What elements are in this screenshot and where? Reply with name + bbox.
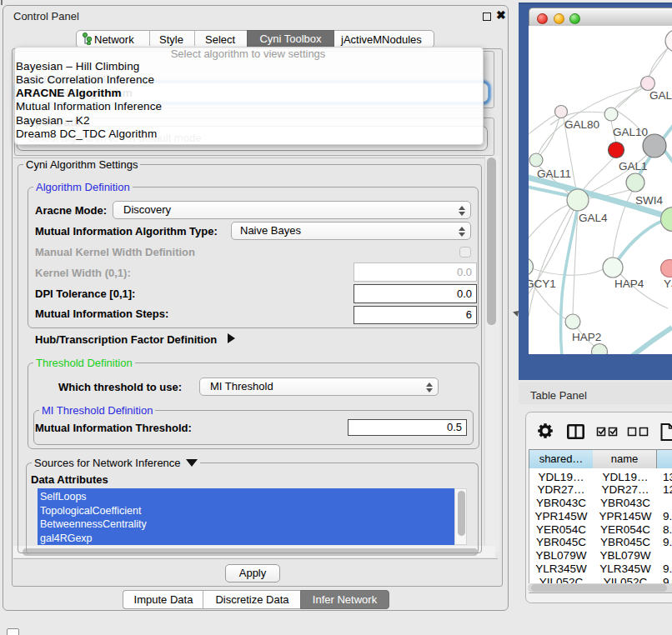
svg-text:GAL4: GAL4 <box>579 212 608 224</box>
svg-text:GAL7: GAL7 <box>649 89 672 102</box>
svg-text:HAP4: HAP4 <box>614 278 644 290</box>
svg-text:GAL11: GAL11 <box>537 168 571 180</box>
svg-text:GCY1: GCY1 <box>529 278 556 290</box>
svg-text:HAP2: HAP2 <box>572 331 601 343</box>
svg-text:SWI4: SWI4 <box>635 194 663 207</box>
svg-text:GAL10: GAL10 <box>613 126 648 138</box>
svg-text:GAL80: GAL80 <box>564 118 599 131</box>
svg-text:YJL0: YJL0 <box>664 278 672 290</box>
svg-text:GAL1: GAL1 <box>619 160 648 172</box>
